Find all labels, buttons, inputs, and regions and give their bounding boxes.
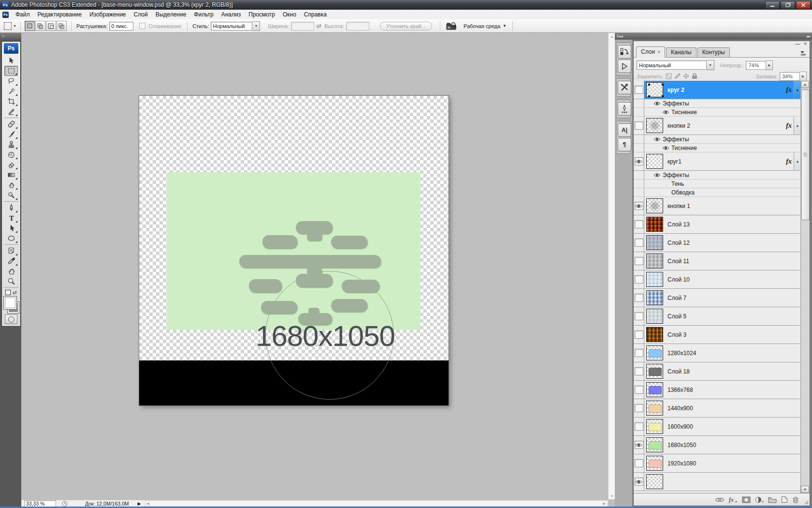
style-dropdown[interactable]: Нормальный ▼	[211, 21, 260, 31]
visibility-cell[interactable]	[634, 289, 644, 307]
fill-field[interactable]: 34%	[780, 72, 800, 81]
visibility-cell[interactable]	[634, 152, 644, 170]
layer-thumbnail[interactable]	[646, 327, 663, 342]
visibility-cell[interactable]	[634, 399, 644, 417]
effect-row[interactable]: Тень	[634, 179, 801, 188]
layer-fx-badge[interactable]: fx	[786, 158, 792, 165]
layer-row[interactable]: Слой 13	[634, 215, 801, 234]
visibility-toggle[interactable]	[635, 404, 643, 412]
visibility-toggle[interactable]	[635, 312, 643, 320]
dodge-tool[interactable]	[4, 190, 18, 200]
width-input[interactable]	[291, 22, 314, 30]
visibility-cell[interactable]	[634, 362, 644, 380]
layer-row[interactable]: 812x508	[634, 436, 801, 454]
menu-item-редактирование[interactable]: Редактирование	[34, 10, 86, 19]
visibility-cell[interactable]	[634, 307, 644, 325]
canvas-horizontal-scrollbar[interactable]: ◀ ▶	[145, 500, 607, 507]
effects-header-row[interactable]: Эффекты	[634, 171, 801, 179]
opacity-spinner-icon[interactable]: ▶	[766, 60, 773, 70]
visibility-cell[interactable]	[634, 117, 644, 134]
visibility-cell[interactable]	[634, 270, 644, 288]
history-panel-button[interactable]	[618, 45, 631, 59]
opacity-field[interactable]: 74%	[746, 61, 766, 70]
tab-close-icon[interactable]: ×	[657, 49, 660, 55]
layer-row[interactable]: 1440x900	[634, 399, 801, 418]
brushes-panel-button[interactable]	[618, 102, 631, 116]
subtract-from-selection-button[interactable]	[46, 21, 56, 31]
path-selection-tool[interactable]	[4, 223, 18, 233]
visibility-toggle[interactable]	[635, 157, 643, 165]
lock-position-icon[interactable]	[683, 73, 689, 79]
tools-dock-header[interactable]: »	[0, 33, 21, 40]
menu-item-справка[interactable]: Справка	[300, 10, 331, 19]
visibility-toggle[interactable]	[635, 257, 643, 265]
layer-row[interactable]: Слой 5	[634, 307, 801, 326]
zoom-tool[interactable]	[4, 276, 18, 286]
magic-wand-tool[interactable]	[4, 86, 18, 96]
effect-visibility-toggle[interactable]	[653, 137, 661, 142]
layer-thumbnail[interactable]	[646, 198, 663, 213]
layers-scrollbar[interactable]: ▲ ▼	[800, 81, 810, 493]
foreground-color-swatch[interactable]	[4, 297, 16, 309]
visibility-toggle[interactable]	[635, 239, 643, 247]
brush-tool[interactable]	[4, 129, 18, 139]
effect-visibility-toggle[interactable]	[662, 146, 669, 150]
blend-mode-dropdown[interactable]: Нормальный ▼	[637, 60, 714, 70]
scroll-down-icon[interactable]: ▼	[609, 493, 615, 499]
menu-item-анализ[interactable]: Анализ	[218, 10, 245, 19]
menu-item-фильтр[interactable]: Фильтр	[190, 10, 217, 19]
add-to-selection-button[interactable]	[35, 21, 45, 31]
visibility-toggle[interactable]	[635, 275, 643, 284]
minimize-button[interactable]	[765, 1, 780, 9]
visibility-toggle[interactable]	[635, 441, 643, 449]
eraser-tool[interactable]	[4, 160, 18, 170]
menu-item-изображение[interactable]: Изображение	[86, 10, 130, 19]
tab-paths[interactable]: Контуры	[697, 47, 730, 57]
status-menu-icon[interactable]: ▶	[138, 501, 141, 506]
gradient-tool[interactable]	[4, 170, 18, 180]
layer-thumbnail[interactable]	[646, 401, 663, 416]
layer-fx-badge[interactable]: fx	[786, 122, 792, 130]
new-layer-button[interactable]	[781, 496, 788, 503]
layer-row[interactable]: кнопки 1	[634, 197, 801, 215]
layer-row[interactable]: круг 2fx▲	[634, 81, 801, 99]
collapse-effects-icon[interactable]: ▲	[794, 152, 801, 170]
crop-tool[interactable]	[4, 96, 18, 106]
healing-brush-tool[interactable]	[4, 119, 18, 129]
visibility-toggle[interactable]	[635, 386, 643, 394]
visibility-toggle[interactable]	[635, 478, 643, 486]
collapse-effects-icon[interactable]: ▲	[794, 81, 801, 99]
scrollbar-thumb[interactable]	[801, 90, 810, 220]
new-selection-button[interactable]	[25, 21, 35, 31]
quick-mask-button[interactable]	[5, 314, 17, 324]
visibility-toggle[interactable]	[635, 330, 643, 339]
lock-transparency-icon[interactable]	[666, 73, 672, 79]
visibility-toggle[interactable]	[635, 422, 643, 431]
move-tool[interactable]	[4, 56, 18, 66]
hand-tool[interactable]	[4, 266, 18, 276]
menu-item-файл[interactable]: Файл	[12, 10, 34, 19]
layer-thumbnail[interactable]	[646, 235, 663, 250]
layer-thumbnail[interactable]	[646, 364, 663, 379]
collapse-effects-icon[interactable]: ▲	[794, 117, 801, 134]
layer-thumbnail[interactable]	[646, 382, 663, 397]
visibility-toggle[interactable]	[635, 220, 643, 228]
visibility-cell[interactable]	[634, 326, 644, 344]
visibility-toggle[interactable]	[635, 459, 643, 467]
workspace-button[interactable]: Рабочая среда ▼	[464, 23, 507, 29]
layer-row[interactable]: Слой 11	[634, 252, 801, 270]
canvas-vertical-scrollbar[interactable]: ▲ ▼	[608, 33, 615, 499]
delete-layer-button[interactable]	[792, 496, 799, 503]
actions-panel-button[interactable]	[618, 60, 631, 73]
restore-button[interactable]	[781, 1, 795, 9]
close-button[interactable]	[796, 1, 811, 9]
history-brush-tool[interactable]	[4, 149, 18, 160]
layer-row[interactable]: 1366x768	[634, 381, 801, 399]
visibility-cell[interactable]	[634, 454, 644, 472]
document-canvas[interactable]: 812x508	[139, 96, 449, 405]
scroll-left-icon[interactable]: ◀	[146, 502, 149, 506]
bridge-icon[interactable]: Br	[446, 22, 457, 30]
layer-thumbnail[interactable]	[646, 437, 663, 452]
scroll-up-icon[interactable]: ▲	[609, 33, 615, 40]
visibility-cell[interactable]	[634, 252, 644, 270]
